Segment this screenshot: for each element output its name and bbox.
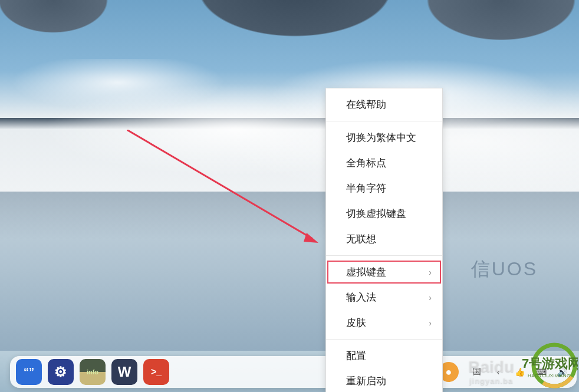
menu-item-label: 重新启动 [346, 374, 386, 388]
terminal-app-icon[interactable]: >_ [143, 359, 169, 385]
ime-tray-icon[interactable]: 国 [468, 363, 486, 381]
desktop-wallpaper [0, 0, 579, 392]
menu-item-label: 配置 [346, 349, 366, 363]
back-tray-icon[interactable]: ‹ [489, 363, 507, 381]
dock-taskbar: “”⚙infoW>_ ✦● 国‹👍⌨🔊 [10, 356, 577, 388]
menu-item-皮肤[interactable]: 皮肤› [326, 310, 442, 335]
menu-item-label: 切换虚拟键盘 [346, 207, 406, 220]
quote-app-icon[interactable]: “” [16, 359, 42, 385]
menu-item-在线帮助[interactable]: 在线帮助 [326, 92, 442, 117]
menu-item-label: 输入法 [346, 291, 376, 304]
menu-item-label: 皮肤 [346, 316, 366, 330]
chevron-right-icon: › [429, 268, 432, 277]
chevron-right-icon: › [429, 318, 432, 328]
menu-item-label: 半角字符 [346, 182, 386, 195]
menu-item-全角标点[interactable]: 全角标点 [326, 150, 442, 176]
menu-item-label: 无联想 [346, 232, 376, 246]
thumb-tray-icon[interactable]: 👍 [511, 363, 528, 381]
menu-item-label: 在线帮助 [346, 98, 386, 111]
wps-app-icon[interactable]: W [111, 359, 137, 385]
menu-item-切换虚拟键盘[interactable]: 切换虚拟键盘 [326, 201, 442, 226]
menu-item-label: 全角标点 [346, 156, 386, 170]
desktop-branding-text: 信UOS [471, 256, 538, 282]
info-app-icon[interactable]: info [80, 359, 106, 385]
keyboard-tray-icon[interactable]: ⌨ [532, 363, 550, 381]
menu-item-半角字符[interactable]: 半角字符 [326, 176, 442, 201]
menu-item-label: 虚拟键盘 [346, 265, 386, 279]
input-method-context-menu: 在线帮助切换为繁体中文全角标点半角字符切换虚拟键盘无联想虚拟键盘›输入法›皮肤›… [325, 88, 443, 392]
settings-app-icon[interactable]: ⚙ [48, 359, 74, 385]
volume-tray-icon[interactable]: 🔊 [553, 363, 571, 381]
menu-item-切换为繁体中文[interactable]: 切换为繁体中文 [326, 125, 442, 150]
menu-item-虚拟键盘[interactable]: 虚拟键盘› [326, 259, 442, 285]
chevron-right-icon: › [429, 293, 432, 302]
menu-item-输入法[interactable]: 输入法› [326, 285, 442, 310]
menu-item-label: 切换为繁体中文 [346, 131, 416, 144]
menu-item-配置[interactable]: 配置 [326, 343, 442, 368]
menu-item-重新启动[interactable]: 重新启动 [326, 368, 442, 392]
menu-item-无联想[interactable]: 无联想 [326, 226, 442, 252]
